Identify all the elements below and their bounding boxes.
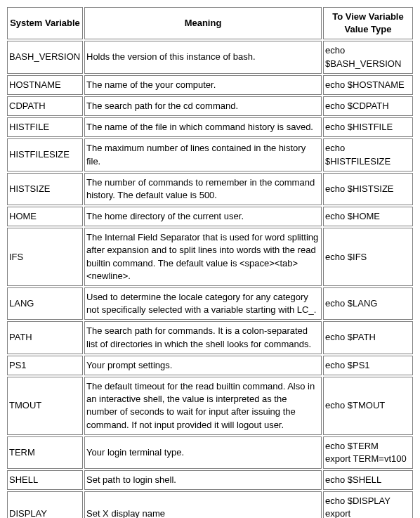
cell-variable: HOME (7, 207, 83, 226)
cell-meaning: Set path to login shell. (84, 470, 322, 490)
cell-view: echo $HISTSIZE (323, 173, 413, 205)
cell-view: echo $PS1 (323, 356, 413, 375)
cell-variable: CDPATH (7, 96, 83, 116)
table-row: DISPLAYSet X display nameecho $DISPLAY e… (7, 491, 413, 518)
cell-view: echo $HISTFILESIZE (323, 138, 413, 171)
cell-meaning: The search path for commands. It is a co… (84, 321, 322, 354)
cell-variable: TMOUT (7, 377, 83, 435)
cell-variable: DISPLAY (7, 491, 83, 518)
table-row: LANGUsed to determine the locale categor… (7, 287, 413, 320)
cell-variable: HISTFILE (7, 117, 83, 137)
cell-view: echo $LANG (323, 287, 413, 320)
table-row: HISTSIZEThe number of commands to rememb… (7, 173, 413, 205)
cell-meaning: The maximum number of lines contained in… (84, 138, 322, 171)
system-variables-table: System Variable Meaning To View Variable… (6, 6, 414, 518)
cell-view: echo $HISTFILE (323, 117, 413, 137)
cell-view: echo $SHELL (323, 470, 413, 490)
cell-meaning: The Internal Field Separator that is use… (84, 228, 322, 286)
cell-meaning: Set X display name (84, 491, 322, 518)
header-variable: System Variable (7, 7, 83, 39)
cell-view: echo $HOSTNAME (323, 75, 413, 95)
cell-view: echo $BASH_VERSION (323, 41, 413, 73)
cell-variable: HISTFILESIZE (7, 138, 83, 171)
cell-variable: HOSTNAME (7, 75, 83, 95)
cell-meaning: Used to determine the locale category fo… (84, 287, 322, 320)
table-row: CDPATHThe search path for the cd command… (7, 96, 413, 116)
table-row: BASH_VERSIONHolds the version of this in… (7, 41, 413, 73)
cell-variable: PS1 (7, 356, 83, 375)
cell-meaning: The name of the your computer. (84, 75, 322, 95)
cell-view: echo $TMOUT (323, 377, 413, 435)
cell-meaning: The name of the file in which command hi… (84, 117, 322, 137)
cell-meaning: The number of commands to remember in th… (84, 173, 322, 205)
cell-variable: LANG (7, 287, 83, 320)
table-row: HISTFILEThe name of the file in which co… (7, 117, 413, 137)
table-header-row: System Variable Meaning To View Variable… (7, 7, 413, 39)
cell-meaning: The default timeout for the read builtin… (84, 377, 322, 435)
table-row: TMOUTThe default timeout for the read bu… (7, 377, 413, 435)
cell-variable: PATH (7, 321, 83, 354)
cell-meaning: The home directory of the current user. (84, 207, 322, 226)
table-row: IFSThe Internal Field Separator that is … (7, 228, 413, 286)
cell-variable: BASH_VERSION (7, 41, 83, 73)
header-meaning: Meaning (84, 7, 322, 39)
cell-meaning: Your login terminal type. (84, 436, 322, 469)
table-row: PS1Your prompt settings.echo $PS1 (7, 356, 413, 375)
cell-variable: TERM (7, 436, 83, 469)
table-row: SHELLSet path to login shell.echo $SHELL (7, 470, 413, 490)
cell-meaning: Your prompt settings. (84, 356, 322, 375)
cell-view: echo $TERM export TERM=vt100 (323, 436, 413, 469)
cell-view: echo $IFS (323, 228, 413, 286)
cell-view: echo $DISPLAY export DISPLAY=:0.1 (323, 491, 413, 518)
table-row: TERMYour login terminal type.echo $TERM … (7, 436, 413, 469)
cell-view: echo $HOME (323, 207, 413, 226)
table-row: HISTFILESIZEThe maximum number of lines … (7, 138, 413, 171)
cell-meaning: Holds the version of this instance of ba… (84, 41, 322, 73)
cell-view: echo $CDPATH (323, 96, 413, 116)
table-row: PATHThe search path for commands. It is … (7, 321, 413, 354)
cell-variable: HISTSIZE (7, 173, 83, 205)
header-view: To View Variable Value Type (323, 7, 413, 39)
cell-view: echo $PATH (323, 321, 413, 354)
cell-meaning: The search path for the cd command. (84, 96, 322, 116)
table-row: HOSTNAMEThe name of the your computer.ec… (7, 75, 413, 95)
cell-variable: SHELL (7, 470, 83, 490)
table-row: HOMEThe home directory of the current us… (7, 207, 413, 226)
cell-variable: IFS (7, 228, 83, 286)
